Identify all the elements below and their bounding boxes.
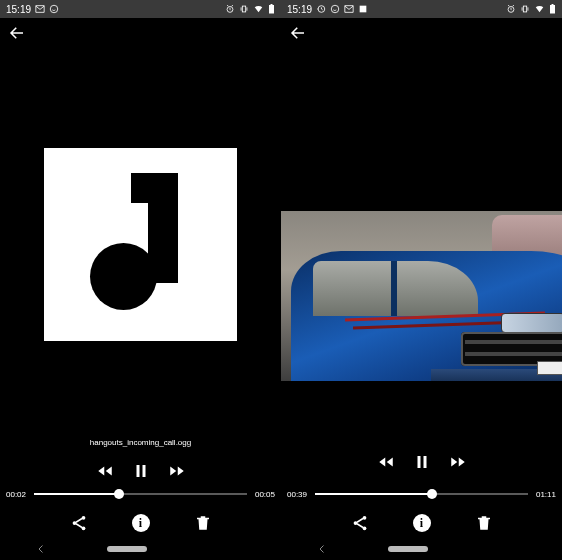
alarm-icon [225,4,235,14]
app-bar [0,18,281,48]
forward-button[interactable] [449,453,467,471]
playback-controls [0,462,281,480]
pause-button[interactable] [132,462,150,480]
battery-icon [549,4,556,14]
total-time: 00:05 [253,490,275,499]
screenshots-pair: 15:19 hangouts_incoming_call.ogg [0,0,562,560]
rewind-button[interactable] [377,453,395,471]
total-time: 01:11 [534,490,556,499]
app-icon [358,4,368,14]
seek-track[interactable] [34,488,247,500]
phone-left: 15:19 hangouts_incoming_call.ogg [0,0,281,560]
delete-button[interactable] [475,514,493,532]
vibrate-icon [239,4,249,14]
phone-right: 15:19 [281,0,562,560]
whatsapp-icon [49,4,59,14]
mail-icon [35,4,45,14]
nav-home-pill[interactable] [388,546,428,552]
whatsapp-icon [330,4,340,14]
app-bar [281,18,562,48]
svg-rect-14 [523,6,526,12]
elapsed-time: 00:39 [287,490,309,499]
svg-rect-5 [136,465,139,477]
audio-album-art [44,148,237,341]
status-time: 15:19 [6,4,31,15]
history-icon [316,4,326,14]
svg-rect-18 [423,456,426,468]
alarm-icon [506,4,516,14]
svg-rect-4 [271,4,273,5]
wifi-icon [534,4,545,14]
content-area: hangouts_incoming_call.ogg 00:02 00:05 i [0,48,281,560]
progress-bar: 00:39 01:11 [281,488,562,500]
video-frame[interactable] [281,211,562,381]
battery-icon [268,4,275,14]
nav-back-icon[interactable] [316,543,328,555]
svg-rect-16 [552,4,554,5]
share-button[interactable] [351,514,369,532]
svg-rect-17 [417,456,420,468]
status-bar: 15:19 [0,0,281,18]
info-icon: i [413,514,431,532]
forward-button[interactable] [168,462,186,480]
svg-rect-12 [360,6,367,13]
back-button[interactable] [8,24,26,42]
share-button[interactable] [70,514,88,532]
svg-rect-6 [142,465,145,477]
status-bar: 15:19 [281,0,562,18]
wifi-icon [253,4,264,14]
content-area: 00:39 01:11 i [281,48,562,560]
back-button[interactable] [289,24,307,42]
pause-button[interactable] [413,453,431,471]
svg-point-11 [331,5,339,13]
svg-point-0 [50,5,58,13]
playback-controls [281,453,562,471]
action-bar: i [281,514,562,532]
nav-back-icon[interactable] [35,543,47,555]
nav-home-pill[interactable] [107,546,147,552]
svg-rect-2 [242,6,245,12]
info-icon: i [132,514,150,532]
system-nav-bar [0,538,281,560]
seek-track[interactable] [315,488,528,500]
action-bar: i [0,514,281,532]
svg-rect-3 [269,5,274,14]
info-button[interactable]: i [132,514,150,532]
rewind-button[interactable] [96,462,114,480]
vibrate-icon [520,4,530,14]
svg-rect-15 [550,5,555,14]
progress-bar: 00:02 00:05 [0,488,281,500]
elapsed-time: 00:02 [6,490,28,499]
delete-button[interactable] [194,514,212,532]
mail-icon [344,4,354,14]
system-nav-bar [281,538,562,560]
info-button[interactable]: i [413,514,431,532]
status-time: 15:19 [287,4,312,15]
audio-filename: hangouts_incoming_call.ogg [0,438,281,447]
